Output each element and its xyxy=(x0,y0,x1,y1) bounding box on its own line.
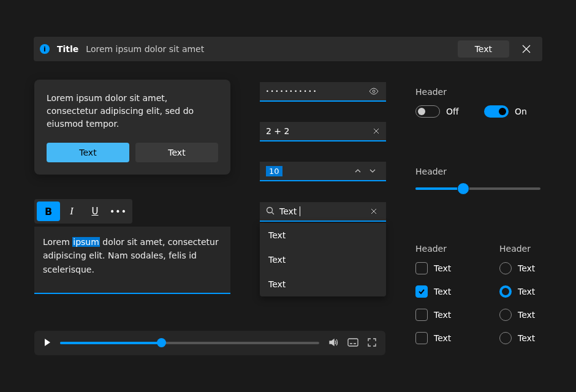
radio-checked[interactable] xyxy=(499,285,512,298)
seek-fill xyxy=(60,342,161,344)
checkbox-item[interactable]: Text xyxy=(415,332,451,344)
slider[interactable] xyxy=(415,187,540,190)
checkbox-label: Text xyxy=(434,287,451,296)
chevron-up-icon xyxy=(355,169,361,173)
bold-button[interactable]: B xyxy=(37,202,60,221)
clear-button[interactable] xyxy=(373,128,380,134)
radio-item[interactable]: Text xyxy=(499,332,535,344)
checkbox-item[interactable]: Text xyxy=(415,262,451,274)
radio-header: Header xyxy=(499,244,531,254)
toggle-switch-off[interactable] xyxy=(415,105,440,118)
rte-selection: ipsum xyxy=(72,237,100,247)
seek-thumb[interactable] xyxy=(157,338,166,347)
spin-down-button[interactable] xyxy=(365,169,380,173)
more-button[interactable]: ••• xyxy=(107,202,130,221)
eye-icon xyxy=(369,86,379,96)
slider-fill xyxy=(415,187,463,190)
check-icon xyxy=(418,288,425,295)
bold-icon: B xyxy=(45,206,52,217)
format-toolbar: B I U ••• xyxy=(34,199,132,224)
checkbox-unchecked[interactable] xyxy=(415,309,428,321)
radio-label: Text xyxy=(518,263,535,273)
search-input[interactable]: Text xyxy=(260,202,386,222)
close-button[interactable] xyxy=(517,39,536,59)
volume-icon xyxy=(328,337,339,348)
slider-thumb[interactable] xyxy=(457,183,469,195)
checkbox-unchecked[interactable] xyxy=(415,332,428,344)
close-icon xyxy=(371,208,377,214)
number-input[interactable]: 10 xyxy=(260,162,386,181)
svg-rect-2 xyxy=(348,339,358,346)
checkbox-unchecked[interactable] xyxy=(415,262,428,274)
radio-unchecked[interactable] xyxy=(499,309,512,321)
search-value: Text xyxy=(279,206,368,216)
info-icon: i xyxy=(40,44,50,54)
seek-bar[interactable] xyxy=(60,342,319,344)
radio-label: Text xyxy=(518,333,535,343)
info-bar: i Title Lorem ipsum dolor sit amet Text xyxy=(34,37,542,61)
slider-track xyxy=(415,187,540,190)
underline-button[interactable]: U xyxy=(83,202,107,221)
dialog-primary-button[interactable]: Text xyxy=(47,143,129,162)
content-dialog: Lorem ipsum dolor sit amet, consectetur … xyxy=(34,80,230,175)
close-icon xyxy=(522,45,531,53)
chevron-down-icon xyxy=(369,169,376,173)
toggle-on-label: On xyxy=(515,107,527,116)
checkbox-header: Header xyxy=(415,244,447,254)
search-icon xyxy=(266,206,275,217)
reveal-password-button[interactable] xyxy=(368,86,380,96)
svg-point-0 xyxy=(373,90,375,92)
password-input[interactable]: ••••••••••• xyxy=(260,82,386,102)
toggle-off-label: Off xyxy=(446,107,459,116)
radio-item[interactable]: Text xyxy=(499,262,535,274)
toggle-header: Header xyxy=(415,87,447,97)
info-bar-message: Lorem ipsum dolor sit amet xyxy=(86,44,457,54)
play-icon xyxy=(43,338,51,347)
dialog-body: Lorem ipsum dolor sit amet, consectetur … xyxy=(47,92,218,130)
spin-up-button[interactable] xyxy=(351,169,365,173)
volume-button[interactable] xyxy=(328,337,339,350)
caption-icon xyxy=(347,338,358,347)
text-input[interactable] xyxy=(260,122,386,141)
radio-item[interactable]: Text xyxy=(499,285,535,298)
autosuggest: Text Text Text Text xyxy=(260,202,386,296)
text-input-field[interactable] xyxy=(266,126,373,136)
radio-label: Text xyxy=(518,310,535,320)
italic-icon: I xyxy=(70,206,73,217)
radio-item[interactable]: Text xyxy=(499,309,535,321)
suggestion-list: Text Text Text xyxy=(260,223,386,296)
suggestion-item[interactable]: Text xyxy=(260,247,386,272)
slider-header: Header xyxy=(415,167,447,176)
rich-text-editor[interactable]: Lorem ipsum dolor sit amet, consectetur … xyxy=(34,227,230,294)
checkbox-checked[interactable] xyxy=(415,285,428,298)
info-bar-title: Title xyxy=(57,44,78,54)
suggestion-item[interactable]: Text xyxy=(260,272,386,296)
italic-button[interactable]: I xyxy=(60,202,83,221)
fullscreen-button[interactable] xyxy=(367,337,377,349)
suggestion-item[interactable]: Text xyxy=(260,223,386,247)
more-icon: ••• xyxy=(110,206,127,216)
checkbox-label: Text xyxy=(434,263,451,273)
radio-label: Text xyxy=(518,287,535,296)
checkbox-label: Text xyxy=(434,333,451,343)
rte-text: Lorem xyxy=(43,237,72,247)
info-bar-action-button[interactable]: Text xyxy=(458,40,509,58)
underline-icon: U xyxy=(92,206,99,217)
caption-button[interactable] xyxy=(347,338,358,349)
fullscreen-icon xyxy=(367,337,377,347)
toggle-switch-on[interactable] xyxy=(484,105,509,118)
radio-unchecked[interactable] xyxy=(499,332,512,344)
password-value: ••••••••••• xyxy=(266,89,368,94)
svg-point-1 xyxy=(267,207,273,213)
checkbox-label: Text xyxy=(434,310,451,320)
checkbox-item[interactable]: Text xyxy=(415,309,451,321)
dialog-secondary-button[interactable]: Text xyxy=(135,143,218,162)
radio-unchecked[interactable] xyxy=(499,262,512,274)
close-icon xyxy=(373,128,379,134)
media-player xyxy=(34,331,385,355)
play-button[interactable] xyxy=(43,338,51,349)
clear-search-button[interactable] xyxy=(368,208,380,214)
checkbox-item[interactable]: Text xyxy=(415,285,451,298)
number-value: 10 xyxy=(266,166,282,176)
